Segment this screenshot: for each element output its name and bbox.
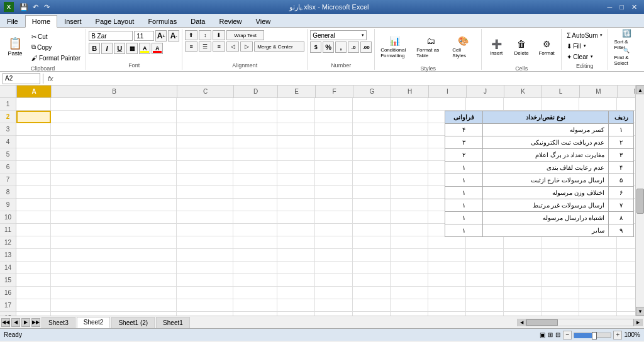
cell-K1[interactable] [504,98,541,111]
cell-F17[interactable] [315,299,353,312]
sort-filter-button[interactable]: 🔃 Sort & Filter [611,30,642,49]
col-header-E[interactable]: E [278,86,316,98]
cell-H13[interactable] [391,249,428,262]
cell-H17[interactable] [391,299,428,312]
cell-E15[interactable] [277,274,315,287]
cell-G11[interactable] [353,224,391,236]
cell-D8[interactable] [233,186,277,199]
cell-K16[interactable] [504,287,541,299]
cell-G10[interactable] [353,211,391,224]
cell-G5[interactable] [353,148,391,161]
status-view-page-break[interactable]: ⊟ [555,331,560,338]
cell-H14[interactable] [391,262,428,274]
horizontal-scroll-thumb[interactable] [526,319,558,326]
cell-F7[interactable] [315,174,353,186]
cell-F11[interactable] [315,224,353,236]
cell-G13[interactable] [353,249,391,262]
font-size-box[interactable]: 11 [134,31,154,41]
cell-A17[interactable] [16,299,51,312]
merge-center-button[interactable]: Merge & Center [254,41,304,52]
cell-C3[interactable] [177,123,233,136]
cell-M18[interactable] [579,312,617,316]
cell-K18[interactable] [504,312,541,316]
cell-D9[interactable] [233,199,277,211]
sheet-last-button[interactable]: ▶▶ [31,318,40,327]
font-name-box[interactable]: B Zar [89,31,133,41]
cell-B16[interactable] [51,287,177,299]
cell-H11[interactable] [391,224,428,236]
cell-E7[interactable] [277,174,315,186]
cell-B18[interactable] [51,312,177,316]
cell-D13[interactable] [233,249,277,262]
zoom-slider[interactable] [574,333,611,338]
cell-C1[interactable] [177,98,233,111]
scroll-right-button[interactable]: ▶ [633,319,642,326]
cell-M15[interactable] [579,274,617,287]
col-header-K[interactable]: K [504,86,542,98]
cell-G4[interactable] [353,136,391,148]
restore-button[interactable]: □ [616,3,627,12]
cell-H5[interactable] [391,148,428,161]
cell-B4[interactable] [51,136,177,148]
cell-D4[interactable] [233,136,277,148]
underline-button[interactable]: U [114,43,125,54]
sheet-next-button[interactable]: ▶ [21,318,30,327]
cell-A11[interactable] [16,224,51,236]
cell-E14[interactable] [277,262,315,274]
cell-N14[interactable] [617,262,635,274]
cell-F1[interactable] [315,98,353,111]
cell-H6[interactable] [391,161,428,174]
cell-H10[interactable] [391,211,428,224]
cell-G16[interactable] [353,287,391,299]
cell-D17[interactable] [233,299,277,312]
sheet-prev-button[interactable]: ◀ [11,318,20,327]
col-header-I[interactable]: I [429,86,467,98]
scroll-up-button[interactable]: ▲ [636,86,644,94]
cell-D18[interactable] [233,312,277,316]
cell-E5[interactable] [277,148,315,161]
cell-B2[interactable] [51,111,177,123]
tab-view[interactable]: View [249,14,278,27]
cell-L17[interactable] [541,299,579,312]
cell-B13[interactable] [51,249,177,262]
sheet-tab-Sheet3[interactable]: Sheet3 [42,317,75,328]
cell-B5[interactable] [51,148,177,161]
save-button[interactable]: 💾 [19,2,29,12]
cell-F2[interactable] [315,111,353,123]
cell-A18[interactable] [16,312,51,316]
cell-B3[interactable] [51,123,177,136]
cell-B8[interactable] [51,186,177,199]
col-header-D[interactable]: D [234,86,278,98]
cell-N15[interactable] [617,274,635,287]
cell-G8[interactable] [353,186,391,199]
cell-F5[interactable] [315,148,353,161]
cell-D12[interactable] [233,236,277,249]
cell-F12[interactable] [315,236,353,249]
col-header-N[interactable]: N [618,86,635,98]
fill-color-button[interactable]: A [139,43,150,54]
cell-C13[interactable] [177,249,233,262]
cell-A3[interactable] [16,123,51,136]
cell-J17[interactable] [466,299,504,312]
cell-D10[interactable] [233,211,277,224]
cell-L15[interactable] [541,274,579,287]
cell-M1[interactable] [579,98,617,111]
cell-G18[interactable] [353,312,391,316]
cell-H15[interactable] [391,274,428,287]
cell-A4[interactable] [16,136,51,148]
status-view-layout[interactable]: ⊞ [548,331,553,338]
format-button[interactable]: ⚙ Format [535,30,558,64]
tab-formulas[interactable]: Formulas [141,14,184,27]
cell-E16[interactable] [277,287,315,299]
cell-C2[interactable] [177,111,233,123]
undo-button[interactable]: ↶ [30,2,40,12]
cell-K17[interactable] [504,299,541,312]
cell-G14[interactable] [353,262,391,274]
cell-F18[interactable] [315,312,353,316]
cell-F4[interactable] [315,136,353,148]
cell-G7[interactable] [353,174,391,186]
cell-J13[interactable] [466,249,504,262]
cell-B15[interactable] [51,274,177,287]
cell-D6[interactable] [233,161,277,174]
formula-input[interactable] [58,75,641,82]
